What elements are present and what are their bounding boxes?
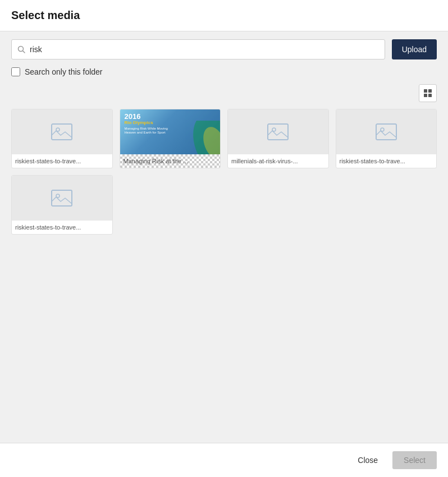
media-thumbnail: 2016 Rio Olympics Managing Risk While Mo… [120,109,221,154]
image-placeholder-icon [51,189,73,207]
dialog-footer: Close Select [0,443,448,477]
media-grid: riskiest-states-to-trave... 2016 Rio Oly… [11,109,437,235]
rio-subtitle: Managing Risk While MovingHeaven and Ear… [125,127,168,136]
select-media-dialog: Select media Upload Search only this fol… [0,0,448,477]
image-placeholder-icon [375,123,397,141]
toolbar: Upload [0,31,448,65]
media-item[interactable]: riskiest-states-to-trave... [336,109,437,168]
flag-decoration [186,121,220,154]
search-input[interactable] [30,45,379,54]
svg-line-1 [23,51,25,53]
dialog-header: Select media [0,0,448,31]
svg-rect-4 [424,94,427,97]
dialog-title: Select media [11,9,80,21]
media-item[interactable]: riskiest-states-to-trave... [11,109,113,168]
search-folder-label: Search only this folder [25,67,103,76]
content-area: riskiest-states-to-trave... 2016 Rio Oly… [0,84,448,443]
search-wrapper [11,39,385,59]
svg-rect-5 [428,94,432,97]
rio-year: 2016 [125,113,141,120]
svg-rect-2 [424,89,427,93]
media-thumbnail [12,176,112,221]
grid-view-button[interactable] [419,84,437,102]
rio-title: Rio Olympics [125,120,153,126]
search-icon [17,45,25,53]
upload-button[interactable]: Upload [392,39,437,59]
media-thumbnail [228,109,328,154]
media-item[interactable]: riskiest-states-to-trave... [11,175,113,235]
svg-rect-3 [428,89,432,93]
media-label: riskiest-states-to-trave... [12,221,112,234]
close-button[interactable]: Close [349,451,387,469]
image-placeholder-icon [267,123,289,141]
select-button[interactable]: Select [392,451,437,469]
media-thumbnail [12,109,112,154]
view-controls [11,84,437,102]
media-label: riskiest-states-to-trave... [12,154,112,168]
media-item[interactable]: 2016 Rio Olympics Managing Risk While Mo… [120,109,221,168]
filter-row: Search only this folder [0,65,448,84]
media-thumbnail [336,109,437,154]
grid-icon [423,89,432,98]
media-item[interactable]: millenials-at-risk-virus-... [227,109,329,168]
image-placeholder-icon [51,123,73,141]
media-label: Managing Risk at the ... [120,154,221,168]
search-folder-checkbox[interactable] [11,67,20,76]
media-label: millenials-at-risk-virus-... [228,154,328,168]
media-label: riskiest-states-to-trave... [336,154,437,168]
